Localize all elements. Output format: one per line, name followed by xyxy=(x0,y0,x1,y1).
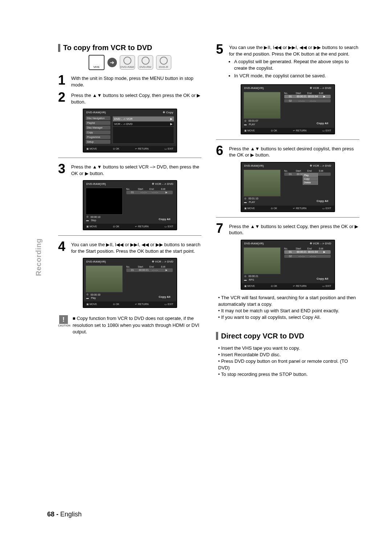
step-4: 4 You can use the ▶II, I◀◀ or ▶▶I, ◀◀ or… xyxy=(58,241,201,254)
step-7: 7 Press the ▲▼ buttons to select Copy, t… xyxy=(216,223,359,236)
section-title-copy: To copy from VCR to DVD xyxy=(58,44,201,52)
osd-screenshot-step6: DVD-RAM(VR) ❖ VCR - -> DVD ⊙00:01:10 ▬PL… xyxy=(241,162,335,212)
page-footer: 68 - English xyxy=(47,511,82,518)
caution-box: ! CAUTION ■ Copy function from VCR to DV… xyxy=(58,315,201,335)
step-3: 3 Press the ▲▼ buttons to select VCR –> … xyxy=(58,163,201,176)
direct-copy-bullets: Insert the VHS tape you want to copy. In… xyxy=(216,345,359,378)
step-6: 6 Press the ▲▼ buttons to select desired… xyxy=(216,145,359,158)
right-column: 5 You can use the ▶II, I◀◀ or ▶▶I, ◀◀ or… xyxy=(216,44,359,383)
step-2: 2 Press the ▲▼ buttons to select Copy, t… xyxy=(58,92,201,105)
osd-title: DVD-RAM(VR) xyxy=(86,111,106,114)
osd-screenshot-step5: DVD-RAM(VR) ❖ VCR - -> DVD ⊙00:01:07 ▬PL… xyxy=(241,84,335,134)
disc-icon-dvdram: DVD-RAM xyxy=(120,55,135,70)
left-column: To copy from VCR to DVD VHS ➔ DVD-RAM DV… xyxy=(58,44,201,383)
disc-icon-dvdr: DVD-R xyxy=(156,55,171,70)
osd-popup-menu: Play Copy Delete xyxy=(303,173,318,185)
osd-screenshot-step3: DVD-RAM(VR) ❖ VCR - -> DVD ⊙00:00:10 ▬St… xyxy=(83,180,177,230)
section-title-direct: Direct copy VCR to DVD xyxy=(216,332,359,340)
osd-screenshot-step4: DVD-RAM(VR) ❖ VCR - -> DVD ⊙00:00:30 ▬Pl… xyxy=(83,258,177,308)
media-icons-row: VHS ➔ DVD-RAM DVD-RW DVD-R xyxy=(58,55,201,70)
caution-icon: ! xyxy=(59,315,68,324)
side-tab-label: Recording xyxy=(34,239,43,276)
osd-screenshot-step7: DVD-RAM(VR) ❖ VCR - -> DVD ⊙00:00:21 ▬RP… xyxy=(241,240,335,290)
step-1: 1 With the unit in Stop mode, press the … xyxy=(58,74,201,88)
post-step7-notes: The VCR will fast forward, searching for… xyxy=(216,295,359,321)
vhs-icon: VHS xyxy=(89,55,105,70)
arrow-right-icon: ➔ xyxy=(107,58,117,67)
step-5: 5 You can use the ▶II, I◀◀ or ▶▶I, ◀◀ or… xyxy=(216,44,359,81)
disc-icon-dvdrw: DVD-RW xyxy=(138,55,153,70)
osd-screenshot-step2: DVD-RAM(VR) ❖ Copy Disc Navigation Playl… xyxy=(83,109,177,153)
